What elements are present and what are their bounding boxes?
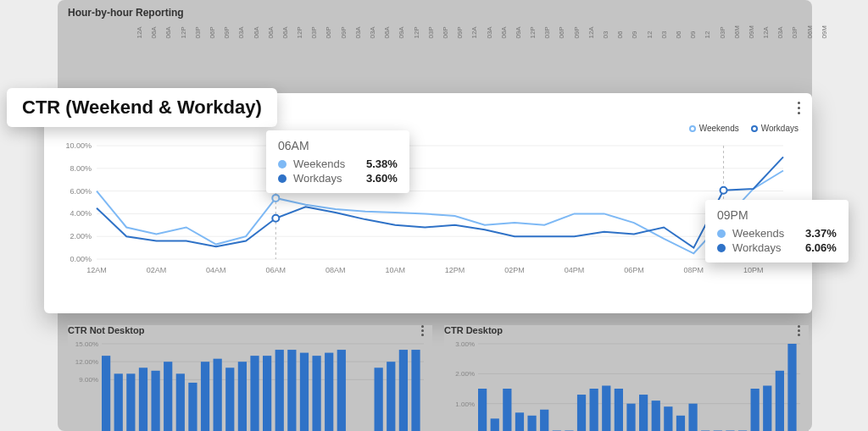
svg-text:12PM: 12PM xyxy=(445,266,465,274)
tooltip-09pm: 09PM Weekends3.37% Workdays6.06% xyxy=(705,200,849,262)
svg-rect-60 xyxy=(399,350,408,431)
svg-rect-85 xyxy=(688,404,697,431)
svg-rect-84 xyxy=(676,416,685,431)
svg-rect-46 xyxy=(225,367,234,431)
svg-rect-59 xyxy=(387,362,395,431)
svg-rect-91 xyxy=(763,385,771,431)
legend-item-weekends[interactable]: Weekends xyxy=(689,124,739,133)
svg-rect-37 xyxy=(114,373,123,431)
svg-rect-53 xyxy=(312,356,320,431)
svg-rect-72 xyxy=(527,416,536,431)
svg-rect-38 xyxy=(126,373,135,431)
svg-rect-82 xyxy=(652,401,660,431)
svg-text:04AM: 04AM xyxy=(206,266,226,274)
line-chart[interactable]: 0.00%2.00%4.00%6.00%8.00%10.00%12AM02AM0… xyxy=(97,142,792,278)
swatch-icon xyxy=(717,244,726,252)
svg-rect-50 xyxy=(275,350,284,431)
mini-chart-title: CTR Not Desktop xyxy=(68,325,144,335)
svg-text:2.00%: 2.00% xyxy=(455,370,475,378)
svg-rect-42 xyxy=(176,373,185,431)
svg-rect-43 xyxy=(188,383,197,431)
legend-item-workdays[interactable]: Workdays xyxy=(751,124,798,133)
tooltip-title: 06AM xyxy=(278,139,398,152)
svg-text:04PM: 04PM xyxy=(565,266,585,274)
bar-chart-svg: 1.00%2.00%3.00% xyxy=(444,340,800,431)
svg-rect-51 xyxy=(287,350,296,431)
svg-rect-58 xyxy=(375,367,383,431)
bar-chart-svg: 9.00%12.00%15.00% xyxy=(68,340,424,431)
svg-rect-36 xyxy=(102,356,110,431)
svg-text:12AM: 12AM xyxy=(86,266,107,274)
legend-dot-icon xyxy=(689,125,696,132)
svg-text:12.00%: 12.00% xyxy=(75,358,98,366)
background-hour-axis: 12A06A06A12P03P06P09P03A06A06A06A12P03P0… xyxy=(136,25,805,39)
svg-rect-71 xyxy=(515,412,524,431)
svg-rect-80 xyxy=(626,404,635,431)
svg-rect-52 xyxy=(300,353,309,431)
svg-rect-54 xyxy=(325,353,333,431)
legend: Weekends Workdays xyxy=(689,124,798,133)
svg-rect-45 xyxy=(214,359,222,431)
mini-chart-title: CTR Desktop xyxy=(444,325,503,335)
svg-text:4.00%: 4.00% xyxy=(70,209,92,218)
svg-text:0.00%: 0.00% xyxy=(70,255,92,263)
svg-rect-55 xyxy=(337,350,346,431)
svg-text:15.00%: 15.00% xyxy=(75,340,98,348)
svg-rect-83 xyxy=(664,406,672,431)
svg-rect-78 xyxy=(602,385,610,431)
svg-rect-41 xyxy=(164,362,172,431)
main-chart-title: CTR (Weekend & Workday) xyxy=(7,88,277,127)
svg-rect-70 xyxy=(503,389,511,431)
swatch-icon xyxy=(717,229,726,238)
svg-text:06AM: 06AM xyxy=(266,266,287,274)
svg-rect-79 xyxy=(615,389,623,431)
svg-rect-92 xyxy=(776,371,784,431)
svg-rect-69 xyxy=(491,418,499,431)
svg-rect-93 xyxy=(787,344,796,431)
swatch-icon xyxy=(278,160,287,169)
more-menu-button[interactable] xyxy=(421,325,424,336)
swatch-icon xyxy=(278,174,287,183)
legend-dot-icon xyxy=(751,125,758,132)
svg-point-28 xyxy=(272,215,279,222)
svg-rect-77 xyxy=(590,389,598,431)
svg-rect-81 xyxy=(639,395,648,431)
svg-text:3.00%: 3.00% xyxy=(455,340,475,348)
svg-rect-39 xyxy=(139,367,147,431)
mini-chart-not-desktop: CTR Not Desktop 9.00%12.00%15.00% xyxy=(68,325,432,431)
tooltip-title: 09PM xyxy=(717,208,837,222)
svg-text:1.00%: 1.00% xyxy=(455,401,475,408)
svg-rect-68 xyxy=(478,389,487,431)
svg-text:02AM: 02AM xyxy=(147,266,167,274)
svg-rect-61 xyxy=(411,350,420,431)
svg-rect-49 xyxy=(263,356,271,431)
svg-text:10AM: 10AM xyxy=(385,266,405,274)
svg-text:8.00%: 8.00% xyxy=(70,164,92,173)
svg-point-26 xyxy=(272,195,279,202)
svg-text:08AM: 08AM xyxy=(326,266,346,274)
svg-rect-44 xyxy=(201,362,209,431)
svg-text:6.00%: 6.00% xyxy=(70,187,92,196)
dashboard-title: Hour-by-hour Reporting xyxy=(68,7,184,19)
svg-rect-40 xyxy=(151,371,159,431)
svg-text:06PM: 06PM xyxy=(624,266,644,274)
svg-text:9.00%: 9.00% xyxy=(79,376,98,384)
svg-text:2.00%: 2.00% xyxy=(70,232,92,240)
svg-text:02PM: 02PM xyxy=(504,266,525,274)
svg-text:10PM: 10PM xyxy=(743,266,764,274)
svg-rect-48 xyxy=(250,356,259,431)
svg-text:10.00%: 10.00% xyxy=(65,141,92,150)
svg-rect-90 xyxy=(751,389,760,431)
line-chart-svg: 0.00%2.00%4.00%6.00%8.00%10.00%12AM02AM0… xyxy=(97,142,792,278)
more-menu-button[interactable] xyxy=(798,102,800,114)
svg-text:08PM: 08PM xyxy=(684,266,704,274)
mini-chart-desktop: CTR Desktop 1.00%2.00%3.00% xyxy=(444,325,809,431)
svg-rect-47 xyxy=(238,362,247,431)
svg-point-29 xyxy=(721,187,727,194)
svg-rect-76 xyxy=(577,395,586,431)
more-menu-button[interactable] xyxy=(798,325,800,336)
svg-rect-73 xyxy=(540,410,548,431)
tooltip-06am: 06AM Weekends5.38% Workdays3.60% xyxy=(266,130,409,193)
